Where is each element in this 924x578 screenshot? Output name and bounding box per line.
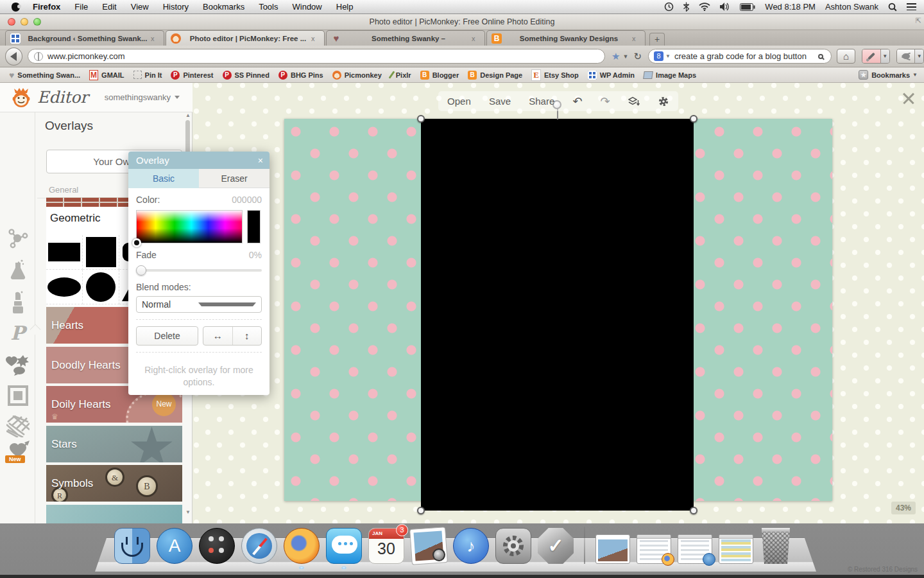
delete-button[interactable]: Delete (136, 326, 198, 346)
dock-messages-icon[interactable] (326, 528, 362, 564)
reload-icon[interactable]: ↻ (633, 51, 642, 62)
overlay-dialog-header[interactable]: Overlay × (128, 152, 270, 169)
menu-tools[interactable]: Tools (259, 2, 278, 12)
textures-tool-icon[interactable] (0, 416, 35, 437)
undo-icon[interactable]: ↶ (572, 94, 582, 109)
shape-rectangle[interactable] (46, 235, 83, 270)
fade-slider-knob[interactable] (136, 265, 146, 276)
collapse-panels-icon[interactable] (902, 92, 915, 105)
search-engine-dropdown-icon[interactable]: ▼ (665, 53, 671, 59)
bookmark-design-page[interactable]: BDesign Page (468, 71, 522, 80)
back-button[interactable] (5, 48, 22, 66)
effects-flask-icon[interactable] (0, 259, 35, 283)
text-tool-icon[interactable]: P (0, 322, 35, 344)
resize-handle-top-left[interactable] (417, 115, 425, 123)
fade-slider-track[interactable] (136, 269, 262, 272)
apple-menu-icon[interactable] (12, 3, 20, 12)
menu-firefox[interactable]: Firefox (33, 2, 60, 12)
bookmark-wp-admin[interactable]: WP Admin (588, 71, 635, 80)
settings-gear-icon[interactable] (658, 96, 669, 107)
menubar-clock[interactable]: Wed 8:18 PM (765, 2, 816, 12)
shape-ellipse[interactable] (46, 270, 83, 304)
search-bar[interactable]: 8 ▼ create a grab code for a blog button (648, 49, 832, 64)
scroll-down-arrow[interactable]: ▼ (185, 509, 191, 515)
menu-view[interactable]: View (131, 2, 149, 12)
dock-minimized-photo-window[interactable] (595, 534, 630, 564)
notification-center-icon[interactable] (907, 3, 916, 10)
account-menu[interactable]: somethingswanky (105, 92, 180, 102)
scroll-up-arrow[interactable]: ▲ (185, 112, 191, 118)
volume-icon[interactable] (720, 3, 730, 11)
save-button[interactable]: Save (489, 96, 511, 107)
new-tab-button[interactable]: + (649, 33, 665, 46)
menu-file[interactable]: File (74, 2, 88, 12)
color-picker-handle[interactable] (132, 238, 141, 247)
google-icon[interactable]: 8 (654, 51, 663, 61)
bookmark-blogger[interactable]: BBlogger (420, 71, 459, 80)
menu-edit[interactable]: Edit (102, 2, 116, 12)
menu-history[interactable]: History (163, 2, 189, 12)
dock-photo-booth-icon[interactable] (409, 527, 448, 565)
dock-firefox-icon[interactable] (284, 528, 320, 564)
redo-icon[interactable]: ↷ (601, 94, 610, 109)
basic-edits-icon[interactable] (0, 227, 35, 250)
fade-slider[interactable] (136, 265, 262, 276)
menu-help[interactable]: Help (336, 2, 354, 12)
colorzilla-button[interactable]: ▼ (862, 49, 889, 64)
dock-itunes-icon[interactable]: ♪ (453, 528, 489, 564)
search-magnifier-icon[interactable] (818, 54, 823, 59)
bookmark-image-maps[interactable]: Image Maps (644, 71, 696, 79)
touch-up-lipstick-icon[interactable] (0, 291, 35, 314)
bookmark-gmail[interactable]: MGMAIL (89, 70, 124, 80)
eyedropper-icon[interactable] (862, 49, 880, 63)
zoom-level-badge[interactable]: 43% (891, 502, 916, 514)
dock-trash-icon[interactable] (760, 528, 792, 564)
resize-handle-bottom-left[interactable] (417, 507, 425, 514)
firebug-icon[interactable] (897, 49, 915, 63)
spotlight-icon[interactable] (888, 3, 897, 12)
dock-safari-icon[interactable] (241, 528, 277, 564)
picmonkey-monkey-logo-icon[interactable] (10, 87, 32, 108)
bookmark-pixlr[interactable]: Pixlr (391, 71, 411, 79)
shape-circle[interactable] (83, 270, 119, 304)
current-color-swatch[interactable] (247, 210, 261, 243)
flip-vertical-button[interactable]: ↕ (233, 327, 262, 345)
dock-minimized-firefox-window[interactable] (637, 534, 671, 564)
tab-close-icon[interactable]: x (311, 35, 320, 42)
dock-system-preferences-icon[interactable] (495, 528, 531, 564)
frames-tool-icon[interactable] (0, 385, 35, 407)
bookmark-bhg-pins[interactable]: PBHG Pins (278, 71, 323, 80)
dock-minimized-safari-window[interactable] (678, 534, 712, 564)
wifi-icon[interactable] (699, 3, 710, 11)
dock-finder-icon[interactable] (114, 528, 150, 564)
bookmark-picmonkey[interactable]: Picmonkey (332, 71, 382, 80)
window-titlebar[interactable]: Photo editor | PicMonkey: Free Online Ph… (0, 14, 924, 30)
bookmark-something-swanky[interactable]: ♥Something Swan... (9, 70, 80, 80)
window-resize-icon[interactable]: ⇱ (916, 17, 920, 25)
bookmarks-menu-button[interactable]: ★ Bookmarks ▼ (859, 70, 918, 80)
resize-handle-top-right[interactable] (690, 115, 697, 123)
bookmark-ss-pinned[interactable]: PSS Pinned (223, 71, 270, 80)
tab-close-icon[interactable]: x (632, 35, 641, 42)
shape-square[interactable] (83, 235, 119, 270)
color-hex-value[interactable]: 000000 (232, 195, 262, 205)
flip-horizontal-button[interactable]: ↔ (203, 327, 233, 345)
url-bar[interactable]: www.picmonkey.com (28, 49, 605, 64)
menu-window[interactable]: Window (293, 2, 322, 12)
tab-something-swanky-designs[interactable]: B Something Swanky Designs x (486, 30, 646, 46)
overlays-tool-icon[interactable] (0, 354, 35, 376)
close-icon[interactable]: × (258, 155, 263, 166)
layers-icon[interactable] (628, 96, 640, 107)
share-button[interactable]: Share (529, 96, 554, 107)
open-button[interactable]: Open (447, 96, 471, 107)
black-rectangle-overlay[interactable] (421, 119, 694, 511)
colorzilla-dropdown-icon[interactable]: ▼ (880, 49, 889, 63)
resize-handle-bottom-right[interactable] (690, 507, 697, 514)
overlay-category-symbols[interactable]: & B R Symbols (46, 465, 182, 502)
bookmark-star-icon[interactable]: ★ (612, 51, 620, 62)
tab-something-swanky[interactable]: ♥ Something Swanky – x (326, 30, 485, 46)
firebug-dropdown-icon[interactable]: ▼ (914, 49, 923, 63)
dock-minimized-pattern-window[interactable] (719, 534, 753, 564)
bookmark-etsy-shop[interactable]: EEtsy Shop (531, 69, 578, 81)
home-button[interactable]: ⌂ (837, 49, 855, 64)
